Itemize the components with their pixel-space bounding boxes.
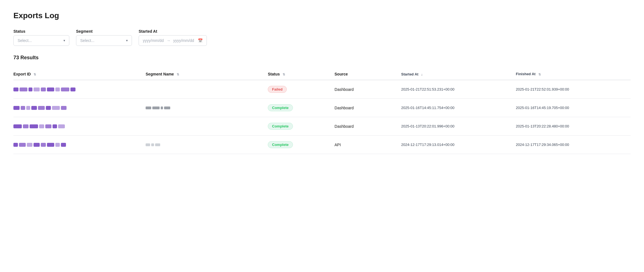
status-badge-complete-4: Complete (268, 141, 293, 148)
status-badge-failed: Failed (268, 86, 287, 93)
status-badge-complete-3: Complete (268, 123, 293, 130)
col-status[interactable]: Status ⇅ (268, 68, 335, 80)
export-id-cell-4 (13, 136, 146, 154)
calendar-icon: 📅 (198, 38, 203, 43)
results-count: 73 Results (13, 55, 631, 61)
segment-filter-select[interactable]: Select... ▾ (76, 35, 132, 46)
started-at-filter-group: Started At yyyy/mm/dd → yyyy/mm/dd 📅 (139, 29, 207, 46)
status-cell-4: Complete (268, 136, 335, 154)
status-badge-complete-2: Complete (268, 104, 293, 111)
exports-table: Export ID ⇅ Segment Name ⇅ Status ⇅ Sour… (13, 68, 631, 154)
col-segment-name[interactable]: Segment Name ⇅ (146, 68, 268, 80)
sort-started-at-icon: ↓ (421, 73, 423, 76)
started-at-cell-3: 2025-01-13T20:22:01.996+00:00 (401, 117, 516, 136)
source-cell-4: API (335, 136, 401, 154)
segment-name-cell-4 (146, 136, 268, 154)
table-row: Failed Dashboard 2025-01-21T22:51:53.231… (13, 80, 631, 99)
date-range-input[interactable]: yyyy/mm/dd → yyyy/mm/dd 📅 (139, 35, 207, 46)
segment-filter-group: Segment Select... ▾ (76, 29, 132, 46)
started-at-cell-2: 2025-01-16T14:45:11.754+00:00 (401, 99, 516, 117)
status-filter-placeholder: Select... (18, 38, 32, 43)
table-row: Complete API 2024-12-17T17:29:13.014+00:… (13, 136, 631, 154)
sort-export-id-icon: ⇅ (34, 73, 36, 76)
segment-filter-label: Segment (76, 29, 132, 34)
sort-segment-name-icon: ⇅ (177, 73, 179, 76)
status-filter-group: Status Select... ▾ (13, 29, 69, 46)
sort-finished-at-icon: ⇅ (538, 73, 541, 76)
segment-name-cell-2 (146, 99, 268, 117)
page-title: Exports Log (13, 11, 631, 20)
status-cell-1: Failed (268, 80, 335, 99)
export-id-cell-1 (13, 80, 146, 99)
filters-bar: Status Select... ▾ Segment Select... ▾ S… (13, 29, 631, 46)
finished-at-cell-1: 2025-01-21T22:52:01.939+00:00 (516, 80, 631, 99)
status-cell-2: Complete (268, 99, 335, 117)
table-row: Complete Dashboard 2025-01-13T20:22:01.9… (13, 117, 631, 136)
table-header-row: Export ID ⇅ Segment Name ⇅ Status ⇅ Sour… (13, 68, 631, 80)
col-source: Source (335, 68, 401, 80)
finished-at-cell-2: 2025-01-16T14:45:19.705+00:00 (516, 99, 631, 117)
started-at-cell-1: 2025-01-21T22:51:53.231+00:00 (401, 80, 516, 99)
date-range-arrow-icon: → (167, 38, 171, 43)
col-export-id[interactable]: Export ID ⇅ (13, 68, 146, 80)
status-filter-select[interactable]: Select... ▾ (13, 35, 69, 46)
source-cell-2: Dashboard (335, 99, 401, 117)
col-finished-at[interactable]: Finished At ⇅ (516, 68, 631, 80)
sort-status-icon: ⇅ (283, 73, 285, 76)
status-cell-3: Complete (268, 117, 335, 136)
segment-name-cell-3 (146, 117, 268, 136)
col-started-at[interactable]: Started At ↓ (401, 68, 516, 80)
export-id-cell-2 (13, 99, 146, 117)
source-cell-1: Dashboard (335, 80, 401, 99)
table-row: Complete Dashboard 2025-01-16T14:45:11.7… (13, 99, 631, 117)
date-range-end-placeholder: yyyy/mm/dd (173, 38, 194, 43)
started-at-filter-label: Started At (139, 29, 207, 34)
segment-name-cell-1 (146, 80, 268, 99)
started-at-cell-4: 2024-12-17T17:29:13.014+00:00 (401, 136, 516, 154)
date-range-start-placeholder: yyyy/mm/dd (143, 38, 164, 43)
segment-filter-placeholder: Select... (80, 38, 94, 43)
finished-at-cell-4: 2024-12-17T17:29:34.065+00:00 (516, 136, 631, 154)
source-cell-3: Dashboard (335, 117, 401, 136)
status-filter-label: Status (13, 29, 69, 34)
export-id-cell-3 (13, 117, 146, 136)
status-filter-chevron-icon: ▾ (63, 39, 65, 42)
segment-filter-chevron-icon: ▾ (126, 39, 128, 42)
finished-at-cell-3: 2025-01-13T20:22:28.480+00:00 (516, 117, 631, 136)
